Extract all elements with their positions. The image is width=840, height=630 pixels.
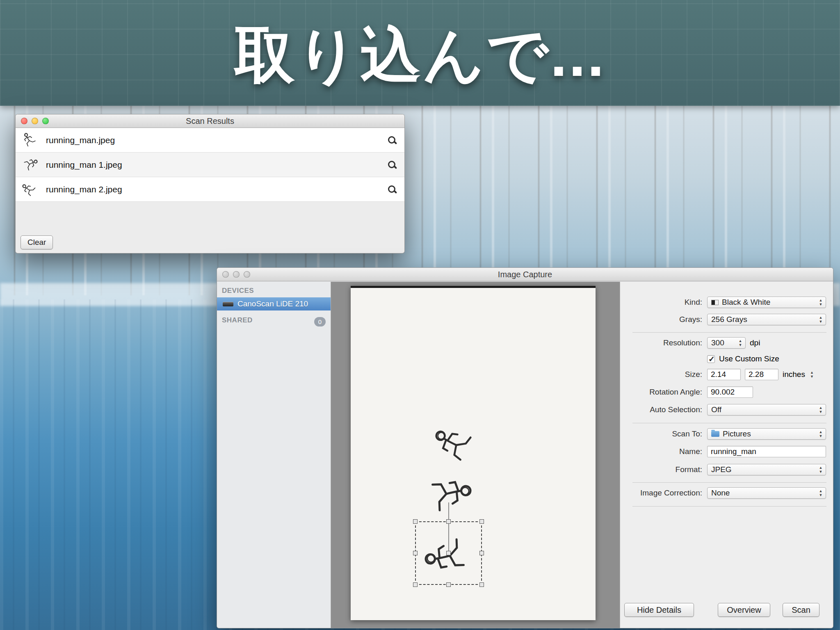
selection-handle[interactable] xyxy=(479,519,484,524)
device-name: CanoScan LiDE 210 xyxy=(237,299,308,308)
zoom-button[interactable] xyxy=(244,271,250,278)
auto-selection-label: Auto Selection: xyxy=(620,404,702,415)
grays-value: 256 Grays xyxy=(711,315,747,324)
image-capture-window: Image Capture DEVICES CanoScan LiDE 210 … xyxy=(217,267,833,628)
selection-handle[interactable] xyxy=(446,519,451,524)
size-height-field[interactable]: 2.28 xyxy=(745,369,778,380)
scanned-figure-2 xyxy=(416,466,477,526)
size-label: Size: xyxy=(620,369,702,380)
popup-arrows-icon xyxy=(818,489,824,497)
scan-to-select[interactable]: Pictures xyxy=(707,428,826,440)
hide-details-button[interactable]: Hide Details xyxy=(624,603,694,617)
separator xyxy=(632,423,826,423)
popup-arrows-icon xyxy=(737,339,743,347)
scan-results-list: running_man.jpeg running_man 1.jpeg runn… xyxy=(16,128,404,202)
running-man-thumbnail-icon xyxy=(20,130,39,150)
use-custom-size-checkbox[interactable] xyxy=(707,355,715,363)
size-width-field[interactable]: 2.14 xyxy=(707,369,741,380)
list-item[interactable]: running_man 2.jpeg xyxy=(16,177,404,202)
devices-sidebar: DEVICES CanoScan LiDE 210 SHARED 0 xyxy=(217,282,331,628)
list-item[interactable]: running_man.jpeg xyxy=(16,128,404,153)
list-item[interactable]: running_man 1.jpeg xyxy=(16,153,404,177)
file-name: running_man 1.jpeg xyxy=(46,160,122,170)
selection-handle[interactable] xyxy=(413,551,418,555)
selection-handle[interactable] xyxy=(479,582,484,587)
selection-handle[interactable] xyxy=(446,582,451,587)
separator xyxy=(632,482,826,483)
auto-selection-select[interactable]: Off xyxy=(707,404,826,415)
popup-arrows-icon xyxy=(818,298,824,306)
magnifier-icon[interactable] xyxy=(387,160,397,170)
minimize-button[interactable] xyxy=(233,271,240,278)
scan-results-window: Scan Results running_man.jpeg running_ma… xyxy=(15,114,405,253)
popup-arrows-icon xyxy=(818,430,824,438)
zoom-button[interactable] xyxy=(42,118,49,124)
magnifier-icon[interactable] xyxy=(387,185,397,194)
rotation-angle-label: Rotation Angle: xyxy=(620,386,702,398)
shared-header: SHARED xyxy=(217,316,253,327)
selection-handle[interactable] xyxy=(413,519,418,524)
auto-selection-value: Off xyxy=(711,405,721,414)
name-field[interactable]: running_man xyxy=(707,446,826,457)
close-button[interactable] xyxy=(222,271,229,278)
scan-button[interactable]: Scan xyxy=(783,603,819,617)
grays-select[interactable]: 256 Grays xyxy=(707,314,826,325)
window-title: Image Capture xyxy=(217,268,833,281)
devices-header: DEVICES xyxy=(217,282,331,297)
overview-button[interactable]: Overview xyxy=(718,603,770,617)
scan-results-titlebar[interactable]: Scan Results xyxy=(16,114,404,128)
rotation-angle-field[interactable]: 90.002 xyxy=(707,386,753,398)
scanned-page[interactable] xyxy=(351,286,596,620)
sidebar-item-canoscan[interactable]: CanoScan LiDE 210 xyxy=(217,297,331,310)
format-label: Format: xyxy=(620,464,702,475)
scan-settings-panel: Kind: Black & White Grays: 256 Grays xyxy=(620,282,833,628)
scanner-edge-artifact xyxy=(351,286,596,288)
format-select[interactable]: JPEG xyxy=(707,464,826,475)
image-capture-titlebar[interactable]: Image Capture xyxy=(217,268,833,281)
file-name: running_man 2.jpeg xyxy=(46,185,122,194)
resolution-select[interactable]: 300 xyxy=(707,337,746,349)
black-white-icon xyxy=(711,300,719,305)
running-man-thumbnail-icon xyxy=(21,156,39,173)
size-unit-stepper-icon[interactable] xyxy=(810,370,814,379)
image-correction-select[interactable]: None xyxy=(707,487,826,499)
scanner-icon xyxy=(223,302,233,306)
selection-marquee[interactable] xyxy=(415,521,482,585)
separator xyxy=(632,506,826,507)
scan-to-label: Scan To: xyxy=(620,428,702,440)
image-correction-label: Image Correction: xyxy=(620,487,702,499)
popup-arrows-icon xyxy=(818,315,824,324)
close-button[interactable] xyxy=(21,118,27,124)
scan-preview-area[interactable] xyxy=(331,282,620,628)
pictures-folder-icon xyxy=(711,431,719,437)
clear-button[interactable]: Clear xyxy=(21,235,53,249)
magnifier-icon[interactable] xyxy=(387,135,397,145)
selection-handle[interactable] xyxy=(446,551,451,555)
resolution-unit: dpi xyxy=(750,338,760,347)
selection-handle[interactable] xyxy=(479,551,484,555)
use-custom-size-label: Use Custom Size xyxy=(719,354,779,363)
resolution-value: 300 xyxy=(711,338,724,347)
kind-select[interactable]: Black & White xyxy=(707,297,826,308)
popup-arrows-icon xyxy=(818,406,824,414)
resolution-label: Resolution: xyxy=(620,337,702,349)
popup-arrows-icon xyxy=(818,466,824,474)
selection-handle[interactable] xyxy=(413,582,418,587)
kind-label: Kind: xyxy=(620,297,702,308)
kind-value: Black & White xyxy=(722,298,770,307)
minimize-button[interactable] xyxy=(32,118,38,124)
slide-header-band: 取り込んで... xyxy=(0,0,840,106)
format-value: JPEG xyxy=(711,465,732,474)
running-man-thumbnail-icon xyxy=(18,178,42,201)
name-label: Name: xyxy=(620,446,702,457)
grays-label: Grays: xyxy=(620,314,702,325)
shared-count-badge: 0 xyxy=(314,317,326,326)
shared-header-row[interactable]: SHARED 0 xyxy=(217,310,331,327)
slide-title: 取り込んで... xyxy=(0,0,840,106)
scan-to-value: Pictures xyxy=(723,429,751,438)
scanned-figure-1 xyxy=(424,410,490,476)
window-title: Scan Results xyxy=(16,114,404,128)
size-unit: inches xyxy=(783,370,805,379)
file-name: running_man.jpeg xyxy=(46,135,115,145)
separator xyxy=(632,332,826,333)
